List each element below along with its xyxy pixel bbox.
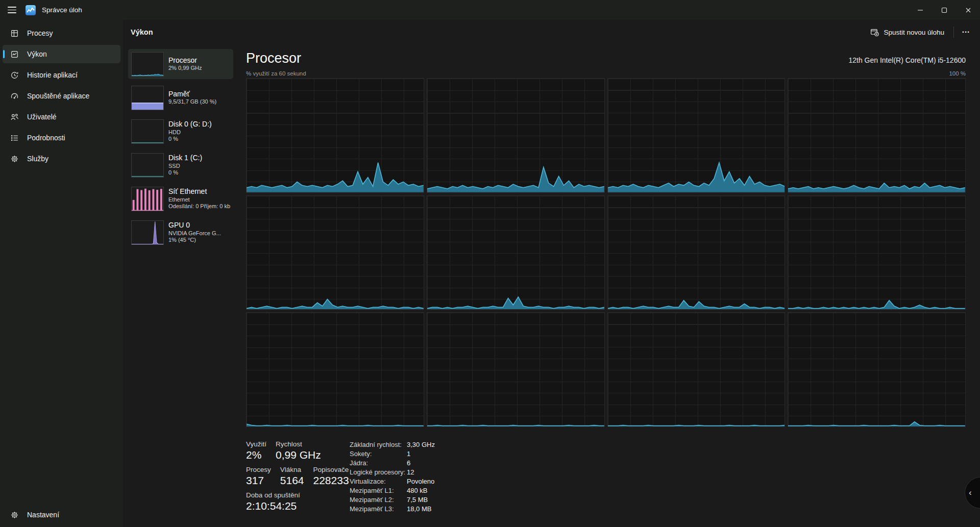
disk1-mini-chart xyxy=(131,153,164,178)
sidebar-item-podrobnosti[interactable]: Podrobnosti xyxy=(3,129,120,147)
sidebar-item-label: Procesy xyxy=(27,29,53,37)
memory-mini-chart xyxy=(131,86,164,110)
maximize-icon xyxy=(940,6,948,14)
details-list-icon xyxy=(10,134,19,142)
stat-vlakna: Vlákna 5164 xyxy=(280,466,304,487)
sidebar-item-label: Historie aplikací xyxy=(27,71,78,79)
card-subtitle: 0 % xyxy=(168,136,212,143)
sidebar-item-label: Podrobnosti xyxy=(27,134,65,142)
card-pamet[interactable]: Paměť 9,5/31,7 GB (30 %) xyxy=(128,83,233,113)
stat-popisovace: Popisovače 228233 xyxy=(313,466,349,487)
main-header: Výkon Spustit novou úlohu ••• xyxy=(123,20,980,44)
cpu-mini-chart xyxy=(131,52,164,77)
chart-axis-label: % využití za 60 sekund xyxy=(246,70,306,77)
sidebar-item-spoustene-aplikace[interactable]: Spouštěné aplikace xyxy=(3,87,120,105)
stat-procesy: Procesy 317 xyxy=(246,466,271,487)
page-title: Výkon xyxy=(131,28,153,36)
cpu-core-chart-6 xyxy=(607,195,786,310)
startup-apps-icon xyxy=(10,92,19,101)
card-sit-ethernet[interactable]: Síť Ethernet Ethernet Odesílání: 0 Příje… xyxy=(128,184,233,214)
card-subtitle: Odesílání: 0 Příjem: 0 kb xyxy=(168,203,230,210)
card-subtitle: 9,5/31,7 GB (30 %) xyxy=(168,98,216,106)
cpu-detail-panel: Procesor 12th Gen Intel(R) Core(TM) i5-1… xyxy=(246,44,966,527)
card-subtitle: NVIDIA GeForce G... xyxy=(168,230,221,237)
detail-row: Logické procesory:12 xyxy=(350,468,435,477)
detail-row: Mezipaměť L3:18,0 MB xyxy=(350,505,435,514)
new-task-icon xyxy=(870,28,879,37)
card-subtitle: 0 % xyxy=(168,169,202,177)
detail-row: Mezipaměť L1:480 kB xyxy=(350,486,435,495)
card-title: Disk 1 (C:) xyxy=(168,154,202,163)
card-title: Síť Ethernet xyxy=(168,187,230,196)
sidebar-item-vykon[interactable]: Výkon xyxy=(3,45,120,63)
header-separator xyxy=(953,27,954,38)
cpu-hardware-details: Základní rychlost:3,30 GHz Sokety:1 Jádr… xyxy=(350,440,435,517)
cpu-core-chart-2 xyxy=(607,78,786,193)
sidebar-item-procesy[interactable]: Procesy xyxy=(3,24,120,42)
sidebar-item-label: Služby xyxy=(27,155,48,163)
sidebar-item-label: Výkon xyxy=(27,50,47,58)
chart-max-label: 100 % xyxy=(949,70,966,77)
sidebar-item-uzivatele[interactable]: Uživatelé xyxy=(3,108,120,126)
sidebar-item-label: Uživatelé xyxy=(27,113,57,121)
run-new-task-button[interactable]: Spustit novou úlohu xyxy=(865,24,950,40)
cpu-core-chart-7 xyxy=(788,195,966,310)
run-new-task-label: Spustit novou úlohu xyxy=(884,29,944,36)
card-title: Disk 0 (G: D:) xyxy=(168,120,212,129)
window-controls xyxy=(908,0,980,20)
card-title: GPU 0 xyxy=(168,221,221,230)
minimize-button[interactable] xyxy=(908,0,932,20)
logical-processors-chart-grid xyxy=(246,78,966,427)
card-subtitle: 2% 0,99 GHz xyxy=(168,65,202,72)
card-procesor[interactable]: Procesor 2% 0,99 GHz xyxy=(128,49,233,79)
cpu-core-chart-11 xyxy=(788,312,966,427)
task-manager-window: { "titlebar": { "app_title": "Správce úl… xyxy=(0,0,980,527)
stat-vyuziti: Využití 2% xyxy=(246,440,266,461)
cpu-core-chart-9 xyxy=(427,312,605,427)
titlebar: Správce úloh xyxy=(0,0,980,20)
card-gpu-0[interactable]: GPU 0 NVIDIA GeForce G... 1% (45 °C) xyxy=(128,217,233,247)
processes-icon xyxy=(10,29,19,38)
settings-label: Nastavení xyxy=(27,511,59,519)
cpu-core-chart-4 xyxy=(246,195,424,310)
app-history-icon xyxy=(10,71,19,80)
sidebar-item-label: Spouštěné aplikace xyxy=(27,92,89,100)
card-disk-1[interactable]: Disk 1 (C:) SSD 0 % xyxy=(128,150,233,180)
users-icon xyxy=(10,113,19,121)
card-title: Paměť xyxy=(168,90,216,99)
card-subtitle: HDD xyxy=(168,129,212,136)
cpu-core-chart-10 xyxy=(607,312,786,427)
detail-row: Základní rychlost:3,30 GHz xyxy=(350,440,435,449)
sidebar-item-sluzby[interactable]: Služby xyxy=(3,149,120,168)
card-subtitle: Ethernet xyxy=(168,196,230,204)
services-gear-icon xyxy=(10,155,19,163)
sidebar: Procesy Výkon Historie aplikací Spouštěn… xyxy=(0,20,123,527)
cpu-core-chart-8 xyxy=(246,312,424,427)
chevron-left-icon: ‹ xyxy=(969,488,972,498)
performance-icon xyxy=(10,50,19,59)
app-title: Správce úloh xyxy=(42,6,82,14)
network-mini-chart xyxy=(131,187,164,211)
sidebar-item-nastaveni[interactable]: Nastavení xyxy=(3,506,120,524)
main-area: Výkon Spustit novou úlohu ••• xyxy=(123,20,980,527)
close-button[interactable] xyxy=(956,0,980,20)
hamburger-menu-icon[interactable] xyxy=(0,0,23,20)
cpu-core-chart-3 xyxy=(788,78,966,193)
cpu-core-chart-1 xyxy=(427,78,605,193)
maximize-button[interactable] xyxy=(932,0,956,20)
cpu-chip-name: 12th Gen Intel(R) Core(TM) i5-12600 xyxy=(848,56,966,66)
sidebar-item-historie-aplikaci[interactable]: Historie aplikací xyxy=(3,66,120,84)
close-icon xyxy=(964,6,972,14)
detail-row: Jádra:6 xyxy=(350,459,435,468)
cpu-core-chart-0 xyxy=(246,78,424,193)
memory-usage-bar xyxy=(132,103,163,110)
more-options-button[interactable]: ••• xyxy=(958,24,975,40)
cpu-panel-title: Procesor xyxy=(246,51,301,66)
card-disk-0[interactable]: Disk 0 (G: D:) HDD 0 % xyxy=(128,116,233,146)
card-subtitle: SSD xyxy=(168,163,202,170)
task-manager-app-icon xyxy=(26,5,36,15)
settings-gear-icon xyxy=(10,511,19,519)
cpu-core-chart-5 xyxy=(427,195,605,310)
cpu-stats: Využití 2% Rychlost 0,99 GHz Procesy 317 xyxy=(246,440,966,517)
card-subtitle: 1% (45 °C) xyxy=(168,237,221,244)
